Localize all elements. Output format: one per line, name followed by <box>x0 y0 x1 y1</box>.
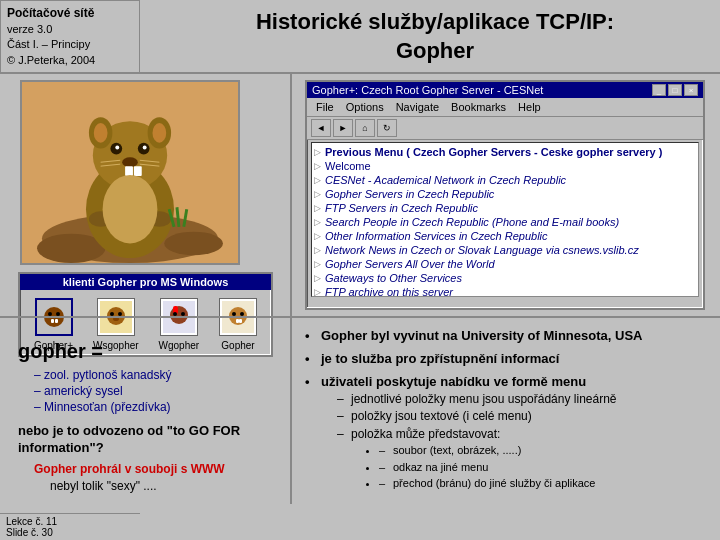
minimize-button[interactable]: _ <box>652 84 666 96</box>
gopher-lost-item: Gopher prohrál v souboji s WWW nebyl tol… <box>34 461 288 503</box>
list-item-3: ▷ Gopher Servers in Czech Republic <box>314 187 696 201</box>
gopher-lost-text: Gopher prohrál v souboji s WWW <box>34 462 225 476</box>
back-button[interactable]: ◄ <box>311 119 331 137</box>
list-item-8: ▷ Gopher Servers All Over the World <box>314 257 696 271</box>
menu-navigate[interactable]: Navigate <box>391 100 444 114</box>
arrow-icon-6: ▷ <box>314 231 321 241</box>
menu-bookmarks[interactable]: Bookmarks <box>446 100 511 114</box>
menu-help[interactable]: Help <box>513 100 546 114</box>
svg-point-14 <box>122 157 138 167</box>
right-bullet-list: Gopher byl vyvinut na University of Minn… <box>305 325 705 495</box>
window-title: Gopher+: Czech Root Gopher Server - CESN… <box>312 84 543 96</box>
def-item-3: Minnesoťan (přezdívka) <box>34 399 288 415</box>
arrow-icon-7: ▷ <box>314 245 321 255</box>
list-item-0: ▷ Previous Menu ( Czech Gopher Servers -… <box>314 145 696 159</box>
svg-point-7 <box>94 123 108 143</box>
sub-sub-1: odkaz na jiné menu <box>379 459 705 475</box>
gopher-def-list: zool. pytlonoš kanadský americký sysel M… <box>34 367 288 415</box>
svg-rect-19 <box>125 166 133 176</box>
slide-label-1: Lekce č. 11 <box>6 516 134 527</box>
sub-bullet-2: položka může představovat: soubor (text,… <box>337 426 705 492</box>
gopher-lost-list: Gopher prohrál v souboji s WWW nebyl tol… <box>34 461 288 503</box>
sub-bullet-text-2: položka může představovat: <box>351 427 500 441</box>
info-box: Počítačové sítě verze 3.0 Část I. – Prin… <box>0 0 140 73</box>
gopher-lost-sub-list: nebyl tolik "sexy" .... <box>50 478 288 494</box>
arrow-icon-9: ▷ <box>314 273 321 283</box>
bullet-text-1: je to služba pro zpřístupnění informací <box>321 351 559 366</box>
sub-bullet-text-0: jednotlivé položky menu jsou uspořádány … <box>351 392 617 406</box>
list-text-3: Gopher Servers in Czech Republic <box>325 188 494 200</box>
info-line4: © J.Peterka, 2004 <box>7 53 133 68</box>
list-text-1: Welcome <box>325 160 371 172</box>
info-line3: Část I. – Principy <box>7 37 133 52</box>
list-text-10: FTP archive on this server <box>325 286 453 297</box>
list-item-6: ▷ Other Information Services in Czech Re… <box>314 229 696 243</box>
list-text-0: Previous Menu ( Czech Gopher Servers - C… <box>325 146 662 158</box>
svg-line-25 <box>177 207 179 227</box>
arrow-icon-2: ▷ <box>314 175 321 185</box>
svg-point-3 <box>164 232 223 255</box>
bullet-item-0: Gopher byl vyvinut na University of Minn… <box>305 325 705 348</box>
page-title: Historické služby/aplikace TCP/IP: Gophe… <box>150 8 720 65</box>
home-button[interactable]: ⌂ <box>355 119 375 137</box>
svg-point-23 <box>103 175 158 243</box>
svg-rect-32 <box>55 319 58 323</box>
list-item-4: ▷ FTP Servers in Czech Republic <box>314 201 696 215</box>
list-text-9: Gateways to Other Services <box>325 272 462 284</box>
info-line2: verze 3.0 <box>7 22 133 37</box>
menu-file[interactable]: File <box>311 100 339 114</box>
sub-bullet-text-1: položky jsou textové (i celé menu) <box>351 409 532 423</box>
arrow-icon-5: ▷ <box>314 217 321 227</box>
bullet-text-2: uživateli poskytuje nabídku ve formě men… <box>321 374 586 389</box>
bullet-item-2: uživateli poskytuje nabídku ve formě men… <box>305 371 705 496</box>
gopher-list[interactable]: ▷ Previous Menu ( Czech Gopher Servers -… <box>311 142 699 297</box>
def-item-1: zool. pytlonoš kanadský <box>34 367 288 383</box>
list-item-7: ▷ Network News in Czech or Slovak Langua… <box>314 243 696 257</box>
clients-title: klienti Gopher pro MS Windows <box>20 274 271 290</box>
list-text-5: Search People in Czech Republic (Phone a… <box>325 216 619 228</box>
arrow-icon-8: ▷ <box>314 259 321 269</box>
or-text: nebo je to odvozeno od "to GO FOR inform… <box>18 423 288 457</box>
def-item-2: americký sysel <box>34 383 288 399</box>
svg-point-9 <box>153 123 167 143</box>
forward-button[interactable]: ► <box>333 119 353 137</box>
sub-bullet-1: položky jsou textové (i celé menu) <box>337 408 705 426</box>
list-text-4: FTP Servers in Czech Republic <box>325 202 478 214</box>
arrow-icon-0: ▷ <box>314 147 321 157</box>
list-text-2: CESNet - Academical Network in Czech Rep… <box>325 174 566 186</box>
svg-point-13 <box>143 146 147 150</box>
svg-rect-48 <box>239 319 242 323</box>
sub-bullet-list: jednotlivé položky menu jsou uspořádány … <box>337 391 705 493</box>
menu-bar: File Options Navigate Bookmarks Help <box>307 98 703 117</box>
sub-bullet-0: jednotlivé položky menu jsou uspořádány … <box>337 391 705 409</box>
list-text-6: Other Information Services in Czech Repu… <box>325 230 548 242</box>
window-controls[interactable]: _ □ × <box>652 84 698 96</box>
window-title-bar: Gopher+: Czech Root Gopher Server - CESN… <box>307 82 703 98</box>
left-text-section: gopher = zool. pytlonoš kanadský americk… <box>18 340 288 511</box>
arrow-icon-10: ▷ <box>314 287 321 297</box>
menu-options[interactable]: Options <box>341 100 389 114</box>
right-text-section: Gopher byl vyvinut na University of Minn… <box>305 325 705 495</box>
bullet-item-1: je to služba pro zpřístupnění informací <box>305 348 705 371</box>
bottom-label: Lekce č. 11 Slide č. 30 <box>0 513 140 540</box>
svg-point-12 <box>115 146 119 150</box>
gopher-heading: gopher = <box>18 340 288 363</box>
maximize-button[interactable]: □ <box>668 84 682 96</box>
toolbar: ◄ ► ⌂ ↻ <box>307 117 703 140</box>
gopher-window: Gopher+: Czech Root Gopher Server - CESN… <box>305 80 705 310</box>
gopher-lost-sub: nebyl tolik "sexy" .... <box>50 478 288 494</box>
title-line2: Gopher <box>150 37 720 66</box>
close-button[interactable]: × <box>684 84 698 96</box>
info-line1: Počítačové sítě <box>7 5 133 22</box>
list-text-7: Network News in Czech or Slovak Language… <box>325 244 639 256</box>
svg-rect-20 <box>134 166 142 176</box>
reload-button[interactable]: ↻ <box>377 119 397 137</box>
list-item-10: ▷ FTP archive on this server <box>314 285 696 297</box>
title-line1: Historické služby/aplikace TCP/IP: <box>150 8 720 37</box>
arrow-icon-4: ▷ <box>314 203 321 213</box>
arrow-icon-1: ▷ <box>314 161 321 171</box>
sub-sub-0: soubor (text, obrázek, .....) <box>379 442 705 458</box>
vertical-separator <box>290 72 292 504</box>
svg-rect-31 <box>51 319 54 323</box>
sub-sub-2: přechod (bránu) do jiné služby či aplika… <box>379 475 705 491</box>
